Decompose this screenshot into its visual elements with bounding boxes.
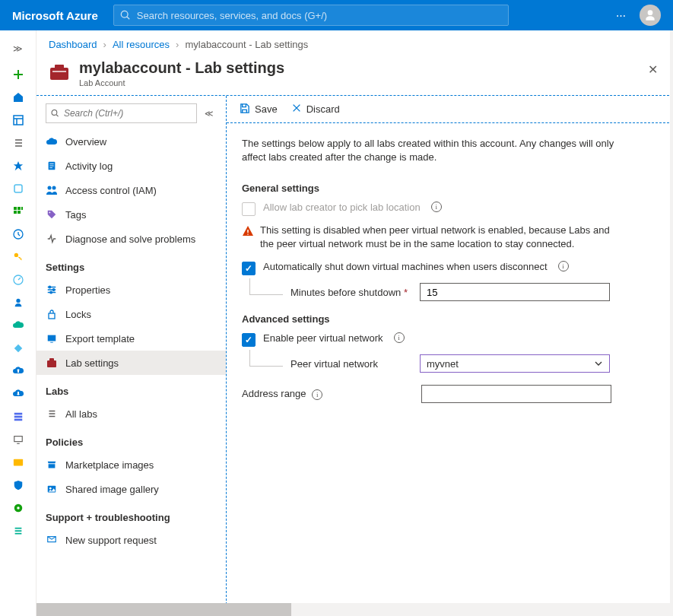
breadcrumb-dashboard[interactable]: Dashboard <box>49 39 97 50</box>
nav-marketplace-images[interactable]: Marketplace images <box>37 452 226 477</box>
nav-section-support: Support + troubleshooting <box>37 501 226 528</box>
collapse-menu-button[interactable]: ≪ <box>202 106 217 122</box>
rail-stack-icon[interactable] <box>3 406 33 427</box>
svg-point-17 <box>17 506 20 510</box>
nav-overview[interactable]: Overview <box>37 129 226 154</box>
nav-diagnose[interactable]: Diagnose and solve problems <box>37 227 226 251</box>
nav-locks[interactable]: Locks <box>37 302 226 326</box>
vertical-scrollbar[interactable] <box>670 30 673 603</box>
breadcrumb-current: mylabaccount - Lab settings <box>185 39 308 50</box>
chevron-down-icon <box>594 359 603 368</box>
svg-rect-6 <box>17 211 21 214</box>
address-range-input[interactable] <box>421 385 611 403</box>
close-blade-button[interactable]: ✕ <box>645 59 661 80</box>
peer-vnet-value: myvnet <box>427 358 459 370</box>
search-icon <box>120 10 131 21</box>
auto-shutdown-checkbox[interactable] <box>242 262 256 275</box>
nav-activity-log[interactable]: Activity log <box>37 154 226 178</box>
brand-logo[interactable]: Microsoft Azure <box>6 9 104 22</box>
svg-rect-14 <box>14 437 22 442</box>
rail-shield-icon[interactable] <box>3 475 33 496</box>
svg-point-26 <box>52 289 55 291</box>
nav-access-control[interactable]: Access control (IAM) <box>37 178 226 202</box>
tag-icon <box>46 209 57 220</box>
global-search-input[interactable] <box>137 10 502 21</box>
rail-monitor-icon[interactable] <box>3 429 33 450</box>
rail-home-icon[interactable] <box>3 87 33 108</box>
advanced-settings-heading: Advanced settings <box>242 313 658 325</box>
enable-peer-vnet-checkbox[interactable] <box>242 333 256 347</box>
connector-line <box>249 350 283 367</box>
rail-gauge-icon[interactable] <box>3 269 33 291</box>
breadcrumb: Dashboard › All resources › mylabaccount… <box>37 30 673 58</box>
horizontal-scrollbar[interactable] <box>37 603 673 616</box>
rail-list-icon[interactable] <box>3 132 33 154</box>
rail-lines-icon[interactable] <box>3 520 33 541</box>
save-button[interactable]: Save <box>239 103 278 116</box>
rail-cloud-down-icon[interactable] <box>3 383 33 405</box>
nav-properties[interactable]: Properties <box>37 278 226 302</box>
page-title: mylabaccount - Lab settings <box>79 59 284 77</box>
svg-rect-15 <box>13 459 22 466</box>
info-icon[interactable]: i <box>394 332 405 343</box>
svg-rect-12 <box>14 416 22 418</box>
rail-cloud-up-icon[interactable] <box>3 360 33 382</box>
peer-vnet-select[interactable]: myvnet <box>420 354 610 373</box>
nav-all-labs[interactable]: All labs <box>37 402 226 426</box>
rail-grid-icon[interactable] <box>3 201 33 222</box>
menu-search-input[interactable] <box>64 108 192 119</box>
user-avatar[interactable] <box>640 5 661 26</box>
rail-service-icon[interactable] <box>3 178 33 199</box>
allow-location-checkbox <box>242 202 256 216</box>
rail-diamond-icon[interactable] <box>3 338 33 359</box>
nav-export-template[interactable]: Export template <box>37 326 226 351</box>
rail-person-icon[interactable] <box>3 292 33 313</box>
discard-icon <box>291 103 302 113</box>
chevron-right-icon: › <box>176 39 179 50</box>
lab-icon <box>46 357 58 368</box>
lab-account-icon <box>49 62 70 82</box>
rail-create-icon[interactable] <box>3 64 33 85</box>
nav-new-support[interactable]: New support request <box>37 528 226 552</box>
svg-point-25 <box>49 286 51 288</box>
location-warning: This setting is disabled when peer virtu… <box>242 224 622 250</box>
global-search[interactable] <box>113 5 509 26</box>
nav-section-labs: Labs <box>37 375 226 402</box>
breadcrumb-all-resources[interactable]: All resources <box>113 39 170 50</box>
lock-icon <box>47 309 56 319</box>
svg-point-27 <box>50 291 52 294</box>
nav-lab-settings[interactable]: Lab settings <box>37 351 226 375</box>
menu-search[interactable] <box>46 103 197 123</box>
info-icon[interactable]: i <box>558 261 569 271</box>
svg-rect-19 <box>55 65 64 69</box>
rail-wallet-icon[interactable] <box>3 452 33 473</box>
rail-key-icon[interactable] <box>3 246 33 268</box>
nav-tags[interactable]: Tags <box>37 202 226 227</box>
info-icon[interactable]: i <box>312 389 322 400</box>
rail-expand-button[interactable]: ≫ <box>13 35 23 62</box>
cloud-icon <box>46 136 58 147</box>
svg-rect-28 <box>49 313 55 319</box>
rail-disc-icon[interactable] <box>3 497 33 519</box>
svg-point-35 <box>247 234 249 236</box>
rail-dashboard-icon[interactable] <box>3 110 33 131</box>
discard-button[interactable]: Discard <box>291 103 340 116</box>
chevron-right-icon: › <box>103 39 106 50</box>
auto-shutdown-label: Automatically shut down virtual machines… <box>263 261 548 272</box>
svg-rect-20 <box>52 71 66 72</box>
info-icon[interactable]: i <box>431 202 442 212</box>
list-icon <box>46 408 57 419</box>
content-pane: Save Discard The settings below apply to… <box>227 96 673 616</box>
rail-clock-icon[interactable] <box>3 224 33 245</box>
resource-menu: ≪ Overview Activity log Access control (… <box>37 96 227 616</box>
people-icon <box>46 185 58 195</box>
minutes-before-shutdown-input[interactable] <box>420 283 610 301</box>
svg-rect-30 <box>47 360 56 367</box>
rail-favorites-icon[interactable] <box>3 155 33 176</box>
minutes-before-shutdown-label: Minutes before shutdown * <box>290 287 420 298</box>
rail-cloud1-icon[interactable] <box>3 315 33 336</box>
svg-rect-2 <box>14 207 17 210</box>
nav-shared-gallery[interactable]: Shared image gallery <box>37 477 226 501</box>
command-bar: Save Discard <box>227 96 673 123</box>
overflow-menu-button[interactable]: ⋯ <box>616 10 627 21</box>
